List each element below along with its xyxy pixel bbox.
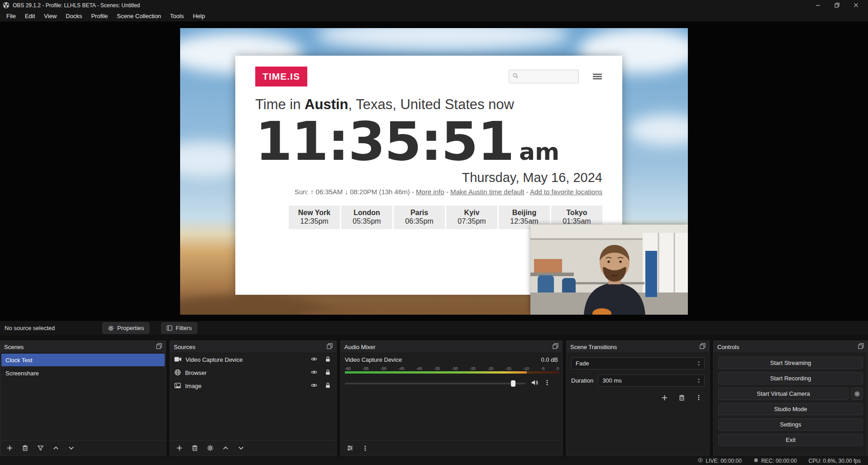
source-label: Video Capture Device xyxy=(186,356,243,363)
remove-scene-button[interactable] xyxy=(19,443,31,454)
lock-icon[interactable] xyxy=(325,382,331,390)
scene-transitions-header[interactable]: Scene Transitions xyxy=(567,341,709,353)
virtual-camera-config-gear-button[interactable] xyxy=(851,388,863,400)
move-source-up-button[interactable] xyxy=(219,443,231,454)
menu-profile[interactable]: Profile xyxy=(86,11,112,21)
scene-transitions-panel: Scene Transitions Fade ▲▼ Duration 300 m… xyxy=(566,340,710,456)
preview-canvas[interactable]: TIME.IS Time in Austin, Texas, United St… xyxy=(180,28,688,315)
menu-help[interactable]: Help xyxy=(188,11,210,21)
move-scene-up-button[interactable] xyxy=(50,443,62,454)
timeis-ampm: am xyxy=(519,138,559,165)
exit-button[interactable]: Exit xyxy=(718,434,863,446)
image-icon xyxy=(174,382,181,390)
preview-area: TIME.IS Time in Austin, Texas, United St… xyxy=(0,22,868,321)
remove-source-button[interactable] xyxy=(189,443,200,454)
start-recording-button[interactable]: Start Recording xyxy=(718,372,863,384)
transition-selected-value: Fade xyxy=(576,360,589,367)
source-label: Browser xyxy=(185,369,207,376)
menu-file[interactable]: File xyxy=(2,11,20,21)
scenes-panel: Scenes Clock Test Screenshare xyxy=(0,340,166,456)
duration-value: 300 ms xyxy=(602,377,622,384)
city-cell: Paris06:35pm xyxy=(394,206,445,229)
filters-button[interactable]: Filters xyxy=(161,322,197,334)
close-button[interactable] xyxy=(846,0,865,10)
city-cell: Kyiv07:35pm xyxy=(446,206,497,229)
live-status: LIVE: 00:00:00 xyxy=(698,458,741,464)
timeis-time: 11:35:51 xyxy=(255,114,514,170)
mixer-channel-name: Video Capture Device xyxy=(345,356,402,363)
remove-transition-button[interactable] xyxy=(676,392,687,403)
popout-icon[interactable] xyxy=(327,343,333,350)
volume-slider-handle[interactable] xyxy=(511,380,515,387)
globe-icon xyxy=(174,369,181,377)
source-properties-gear-button[interactable] xyxy=(204,443,216,454)
move-source-down-button[interactable] xyxy=(235,443,247,454)
controls-panel-title: Controls xyxy=(717,344,739,350)
visibility-eye-icon[interactable] xyxy=(310,356,318,364)
volume-meter xyxy=(345,371,559,374)
source-row-browser[interactable]: Browser xyxy=(170,366,336,379)
spin-arrows-icon[interactable]: ▲▼ xyxy=(697,378,700,384)
lock-icon[interactable] xyxy=(325,369,331,377)
more-info-link: More info xyxy=(416,188,444,196)
scenes-toolbar xyxy=(0,440,166,455)
mixer-channel-strip: Video Capture Device 0.0 dB -60-55-50-45… xyxy=(341,353,562,440)
sources-panel-header[interactable]: Sources xyxy=(170,341,336,353)
menu-scene-collection[interactable]: Scene Collection xyxy=(112,11,166,21)
advanced-audio-properties-button[interactable] xyxy=(344,443,356,454)
lock-icon[interactable] xyxy=(325,356,331,364)
menu-view[interactable]: View xyxy=(39,11,61,21)
source-toolbar: No source selected Properties Filters xyxy=(0,321,868,335)
popout-icon[interactable] xyxy=(156,343,162,350)
popout-icon[interactable] xyxy=(858,343,864,350)
move-scene-down-button[interactable] xyxy=(65,443,77,454)
restore-button[interactable] xyxy=(827,0,846,10)
transition-options-kebab-button[interactable] xyxy=(693,392,705,403)
channel-options-kebab-icon[interactable] xyxy=(544,379,550,388)
visibility-eye-icon[interactable] xyxy=(310,369,318,377)
settings-button[interactable]: Settings xyxy=(718,418,863,431)
source-row-image[interactable]: Image xyxy=(170,379,336,393)
scene-item-clock-test[interactable]: Clock Test xyxy=(1,354,165,366)
volume-slider[interactable] xyxy=(345,383,526,384)
timeis-logo: TIME.IS xyxy=(255,67,307,86)
speaker-icon[interactable] xyxy=(531,379,539,388)
popout-icon[interactable] xyxy=(553,343,558,350)
hamburger-menu-icon xyxy=(592,73,602,80)
source-row-video-capture-device[interactable]: Video Capture Device xyxy=(170,353,336,366)
scene-filters-button[interactable] xyxy=(34,443,46,454)
audio-mixer-header[interactable]: Audio Mixer xyxy=(341,341,562,353)
source-label: Image xyxy=(185,383,201,389)
rec-indicator-icon xyxy=(754,458,758,464)
statusbar: LIVE: 00:00:00 REC: 00:00:00 CPU: 0.6%, … xyxy=(0,456,868,465)
duration-spinbox[interactable]: 300 ms ▲▼ xyxy=(598,374,705,387)
controls-panel: Controls Start Streaming Start Recording… xyxy=(713,340,868,456)
mixer-level-db: 0.0 dB xyxy=(541,356,558,363)
city-cell: New York12:35pm xyxy=(289,206,340,229)
combo-arrows-icon[interactable]: ▲▼ xyxy=(697,360,700,366)
add-transition-button[interactable] xyxy=(658,392,670,403)
visibility-eye-icon[interactable] xyxy=(310,382,318,390)
studio-mode-button[interactable]: Studio Mode xyxy=(718,403,863,415)
popout-icon[interactable] xyxy=(700,343,706,350)
scenes-panel-header[interactable]: Scenes xyxy=(0,341,166,353)
controls-panel-header[interactable]: Controls xyxy=(714,341,868,353)
start-virtual-camera-button[interactable]: Start Virtual Camera xyxy=(718,388,849,400)
timeis-date: Thursday, May 16, 2024 xyxy=(255,170,602,185)
dock-row: Scenes Clock Test Screenshare Sources xyxy=(0,335,868,456)
scenes-list: Clock Test Screenshare xyxy=(0,353,166,440)
menu-tools[interactable]: Tools xyxy=(166,11,188,21)
menu-docks[interactable]: Docks xyxy=(61,11,86,21)
minimize-button[interactable] xyxy=(808,0,827,10)
add-scene-button[interactable] xyxy=(4,443,15,454)
obs-window: OBS 29.1.2 - Profile: LLHLS BETA - Scene… xyxy=(0,0,868,465)
start-streaming-button[interactable]: Start Streaming xyxy=(718,357,863,369)
menu-edit[interactable]: Edit xyxy=(20,11,39,21)
mixer-options-kebab-button[interactable] xyxy=(359,443,371,454)
scene-item-screenshare[interactable]: Screenshare xyxy=(1,367,165,379)
properties-button[interactable]: Properties xyxy=(102,322,149,334)
city-cell: London05:35pm xyxy=(341,206,392,229)
mixer-toolbar xyxy=(341,440,562,455)
add-source-button[interactable] xyxy=(173,443,185,454)
transition-select[interactable]: Fade ▲▼ xyxy=(571,357,705,369)
